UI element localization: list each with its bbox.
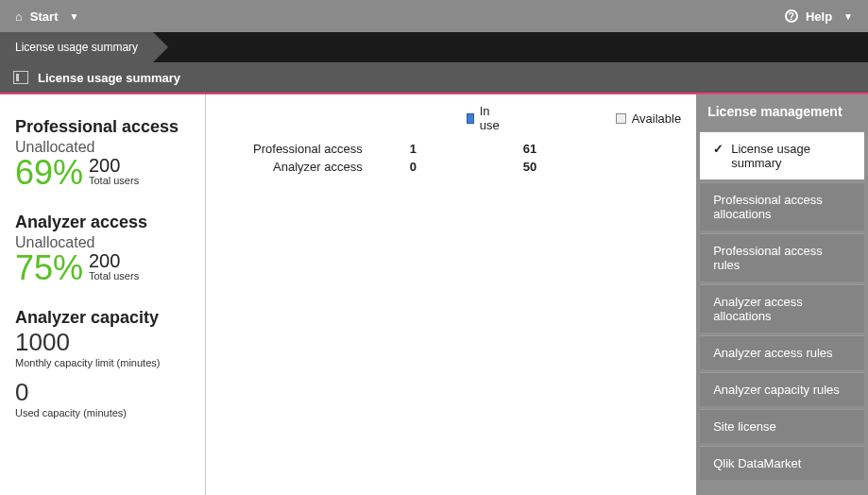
- section-title: Analyzer capacity: [15, 308, 190, 328]
- nav-item-site-license[interactable]: Site license: [700, 409, 864, 443]
- row-available: 50: [523, 160, 599, 174]
- help-menu-button[interactable]: ? Help ▼: [785, 9, 853, 24]
- topbar: ⌂ Start ▼ ? Help ▼: [0, 0, 868, 32]
- row-label: Analyzer access: [221, 160, 410, 174]
- analyzer-total-number: 200: [89, 251, 139, 270]
- row-label: Professional access: [221, 142, 410, 156]
- square-icon: [616, 113, 626, 124]
- nav-item-label: Professional access rules: [713, 244, 823, 272]
- nav-item-analyzer-access-allocations[interactable]: Analyzer access allocations: [700, 284, 864, 333]
- license-management-nav: License management ✓ License usage summa…: [696, 94, 868, 495]
- breadcrumb-current[interactable]: License usage summary: [0, 32, 153, 62]
- license-card-icon: [13, 71, 28, 84]
- analyzer-total-label: Total users: [89, 270, 139, 282]
- professional-access-section: Professional access Unallocated 69% 200 …: [15, 117, 190, 190]
- help-icon: ?: [785, 9, 798, 23]
- legend-available: Available: [616, 111, 682, 126]
- stats-sidebar: Professional access Unallocated 69% 200 …: [0, 94, 206, 495]
- main-panel: In use Available Professional access 1 6…: [206, 94, 696, 495]
- nav-item-analyzer-access-rules[interactable]: Analyzer access rules: [700, 335, 864, 369]
- legend-label: In use: [480, 104, 502, 132]
- row-in-use: 0: [410, 160, 523, 174]
- section-title: Analyzer access: [15, 213, 190, 232]
- nav-item-label: Site license: [713, 419, 775, 434]
- legend-label: Available: [632, 111, 682, 126]
- panel-header: License usage summary: [0, 62, 868, 94]
- analyzer-capacity-section: Analyzer capacity 1000 Monthly capacity …: [15, 308, 190, 418]
- table-row: Analyzer access 0 50: [221, 158, 655, 176]
- capacity-used-number: 0: [15, 378, 190, 407]
- nav-item-label: Analyzer capacity rules: [713, 383, 840, 397]
- panel-title: License usage summary: [38, 71, 180, 85]
- legend: In use Available: [467, 104, 681, 132]
- nav-item-label: Analyzer access allocations: [713, 295, 803, 323]
- analyzer-access-section: Analyzer access Unallocated 75% 200 Tota…: [15, 213, 190, 285]
- help-label: Help: [806, 9, 832, 24]
- access-table: Professional access 1 61 Analyzer access…: [221, 140, 655, 176]
- row-available: 61: [523, 142, 599, 156]
- professional-unallocated-percent: 69%: [15, 156, 83, 190]
- nav-title: License management: [696, 94, 868, 128]
- chevron-down-icon: ▼: [69, 11, 78, 22]
- professional-total-number: 200: [89, 156, 139, 175]
- square-icon: [467, 113, 474, 124]
- check-icon: ✓: [713, 142, 723, 156]
- nav-item-label: Analyzer access rules: [713, 346, 832, 360]
- breadcrumb-bar: License usage summary: [0, 32, 868, 62]
- nav-item-qlik-datamarket[interactable]: Qlik DataMarket: [700, 446, 864, 480]
- capacity-limit-label: Monthly capacity limit (minutes): [15, 357, 190, 368]
- home-icon: ⌂: [15, 9, 23, 24]
- professional-total-label: Total users: [89, 175, 139, 186]
- section-title: Professional access: [15, 117, 190, 137]
- nav-item-analyzer-capacity-rules[interactable]: Analyzer capacity rules: [700, 372, 864, 406]
- row-in-use: 1: [410, 142, 523, 156]
- start-menu-button[interactable]: ⌂ Start ▼: [15, 9, 78, 24]
- capacity-limit-number: 1000: [15, 328, 190, 357]
- nav-item-label: Qlik DataMarket: [713, 456, 801, 470]
- start-label: Start: [30, 9, 59, 24]
- content-area: Professional access Unallocated 69% 200 …: [0, 94, 868, 495]
- table-row: Professional access 1 61: [221, 140, 655, 158]
- nav-item-label: License usage summary: [731, 142, 851, 170]
- chevron-down-icon: ▼: [843, 11, 853, 22]
- capacity-used-label: Used capacity (minutes): [15, 407, 190, 418]
- analyzer-unallocated-percent: 75%: [15, 251, 83, 285]
- nav-item-professional-access-allocations[interactable]: Professional access allocations: [700, 182, 864, 230]
- breadcrumb-label: License usage summary: [15, 41, 138, 54]
- legend-in-use: In use: [467, 104, 502, 132]
- nav-item-license-usage-summary[interactable]: ✓ License usage summary: [700, 131, 864, 179]
- nav-item-professional-access-rules[interactable]: Professional access rules: [700, 233, 864, 282]
- nav-item-label: Professional access allocations: [713, 193, 823, 221]
